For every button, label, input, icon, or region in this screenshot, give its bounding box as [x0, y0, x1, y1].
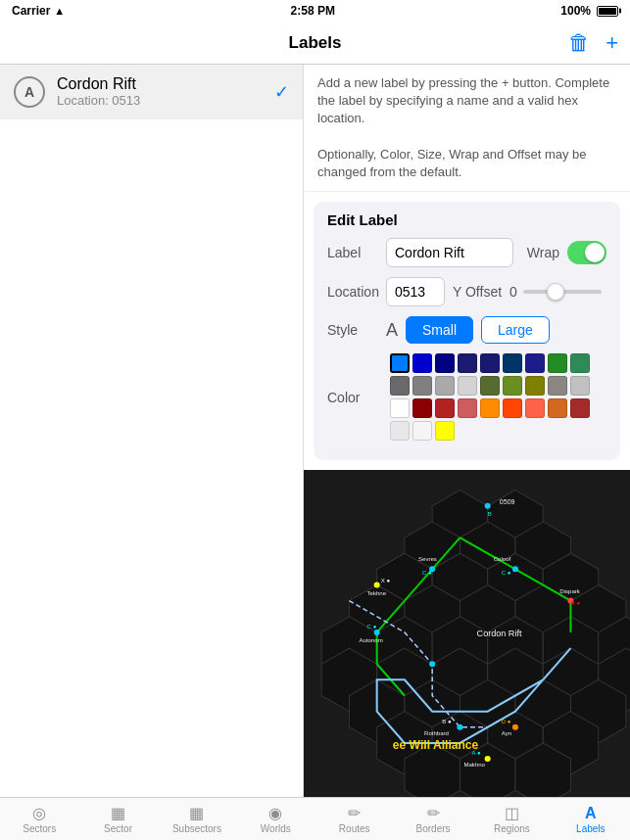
hex-map: 0509 B Coloof C ● Dispark R ● Sevres C ●…: [304, 470, 630, 797]
style-large-button[interactable]: Large: [481, 316, 550, 344]
color-swatch-chocolate[interactable]: [548, 398, 567, 418]
color-swatch-yellow[interactable]: [435, 421, 455, 441]
worlds-icon: ◉: [268, 804, 282, 822]
svg-point-10: [512, 724, 518, 730]
svg-text:Tekhne: Tekhne: [367, 590, 387, 596]
color-swatch-indianred[interactable]: [458, 398, 477, 418]
color-swatch-white[interactable]: [390, 398, 410, 418]
svg-text:Cordon Rift: Cordon Rift: [477, 629, 522, 638]
color-swatch-seagreen[interactable]: [570, 353, 590, 373]
color-swatch-darknavy[interactable]: [458, 353, 477, 373]
location-input[interactable]: [386, 277, 445, 306]
svg-text:ee Will Alliance: ee Will Alliance: [393, 738, 479, 752]
color-swatch-warmgray[interactable]: [548, 376, 567, 396]
color-swatch-darkred[interactable]: [412, 398, 432, 418]
color-swatch-orangered[interactable]: [503, 398, 522, 418]
color-swatch-darkblue2[interactable]: [503, 353, 522, 373]
svg-text:X ●: X ●: [381, 579, 391, 584]
color-swatch-olivedrab[interactable]: [503, 376, 522, 396]
right-panel: Add a new label by pressing the + button…: [304, 65, 630, 797]
style-small-button[interactable]: Small: [406, 316, 473, 344]
tab-sector-label: Sector: [104, 823, 132, 834]
label-row: Label Wrap: [327, 238, 606, 267]
color-swatch-brown[interactable]: [570, 398, 590, 418]
wifi-icon: ▲: [54, 5, 65, 17]
label-name: Cordon Rift: [57, 75, 267, 93]
color-swatch-forestgreen[interactable]: [548, 353, 567, 373]
list-item-text: Cordon Rift Location: 0513: [57, 75, 267, 108]
svg-text:Ayn: Ayn: [502, 730, 511, 736]
label-icon: A: [14, 76, 45, 108]
wrap-toggle[interactable]: [567, 241, 606, 264]
y-offset-value: 0: [509, 284, 517, 300]
list-item[interactable]: A Cordon Rift Location: 0513 ✓: [0, 65, 303, 119]
svg-point-2: [485, 503, 491, 509]
time-label: 2:58 PM: [291, 4, 335, 18]
tab-worlds[interactable]: ◉ Worlds: [236, 798, 315, 840]
y-offset-slider[interactable]: [523, 290, 602, 294]
tab-regions-label: Regions: [494, 823, 530, 834]
hint-line2: Optionally, Color, Size, Wrap and Offset…: [317, 147, 587, 179]
color-swatch-firebrick[interactable]: [435, 398, 455, 418]
tab-routes[interactable]: ✏ Routes: [315, 798, 394, 840]
label-field-label: Label: [327, 245, 386, 260]
color-swatch-darkgray[interactable]: [435, 376, 455, 396]
color-swatch-lightgray[interactable]: [458, 376, 477, 396]
label-input[interactable]: [386, 238, 513, 267]
tab-borders[interactable]: ✏ Borders: [394, 798, 472, 840]
svg-text:0509: 0509: [500, 498, 515, 505]
svg-point-9: [457, 724, 462, 730]
edit-label-title: Edit Label: [327, 211, 606, 228]
color-swatch-dimgray[interactable]: [390, 376, 410, 396]
tab-sectors-label: Sectors: [23, 823, 56, 834]
color-swatch-silver[interactable]: [570, 376, 590, 396]
selected-checkmark: ✓: [274, 81, 289, 103]
style-row: Style A Small Large: [327, 316, 606, 344]
hint-text: Add a new label by pressing the + button…: [304, 65, 630, 192]
color-swatch-blue[interactable]: [390, 353, 410, 373]
svg-text:C ●: C ●: [502, 571, 511, 577]
hint-line1: Add a new label by pressing the + button…: [317, 75, 609, 125]
tab-regions[interactable]: ◫ Regions: [472, 798, 551, 840]
color-swatch-tomato[interactable]: [525, 398, 545, 418]
nav-bar: Labels 🗑 +: [0, 22, 630, 65]
tab-worlds-label: Worlds: [261, 823, 291, 834]
subsectors-icon: ▦: [189, 804, 204, 822]
tab-labels-label: Labels: [576, 823, 605, 834]
style-a-icon: A: [386, 320, 398, 341]
tab-subsectors[interactable]: ▦ Subsectors: [158, 798, 236, 840]
color-swatch-olive[interactable]: [525, 376, 545, 396]
battery-label: 100%: [560, 4, 591, 18]
y-offset-label: Y Offset: [453, 284, 502, 300]
tab-labels[interactable]: A Labels: [552, 798, 630, 840]
color-swatch-whitesmoke[interactable]: [412, 421, 432, 441]
color-swatch-midnightblue[interactable]: [480, 353, 500, 373]
svg-point-7: [374, 630, 380, 635]
sector-icon: ▦: [111, 804, 125, 822]
edit-label-box: Edit Label Label Wrap Location Y Offset …: [314, 202, 620, 460]
color-swatch-gray[interactable]: [412, 376, 432, 396]
color-swatch-lightgray2[interactable]: [390, 421, 410, 441]
color-swatch-darkolive[interactable]: [480, 376, 500, 396]
style-field-label: Style: [327, 322, 386, 338]
tab-sector[interactable]: ▦ Sector: [78, 798, 157, 840]
svg-text:Dispark: Dispark: [559, 588, 580, 594]
tab-routes-label: Routes: [339, 823, 370, 834]
svg-point-3: [512, 566, 518, 572]
color-swatch-darkblue3[interactable]: [525, 353, 545, 373]
svg-marker-0: [304, 481, 360, 544]
color-swatch-mediumblue[interactable]: [412, 353, 432, 373]
color-swatch-darkorange[interactable]: [480, 398, 500, 418]
tab-sectors[interactable]: ◎ Sectors: [0, 798, 78, 840]
regions-icon: ◫: [505, 804, 519, 822]
svg-text:Makhno: Makhno: [463, 762, 485, 768]
delete-button[interactable]: 🗑: [568, 30, 590, 56]
add-label-button[interactable]: +: [606, 30, 618, 56]
location-row: Location Y Offset 0: [327, 277, 606, 306]
status-bar: Carrier ▲ 2:58 PM 100%: [0, 0, 630, 22]
tab-borders-label: Borders: [416, 823, 451, 834]
color-row: Color: [327, 353, 606, 441]
map-area[interactable]: 0509 B Coloof C ● Dispark R ● Sevres C ●…: [304, 470, 630, 797]
svg-text:R ●: R ●: [570, 600, 580, 606]
color-swatch-navy[interactable]: [435, 353, 455, 373]
